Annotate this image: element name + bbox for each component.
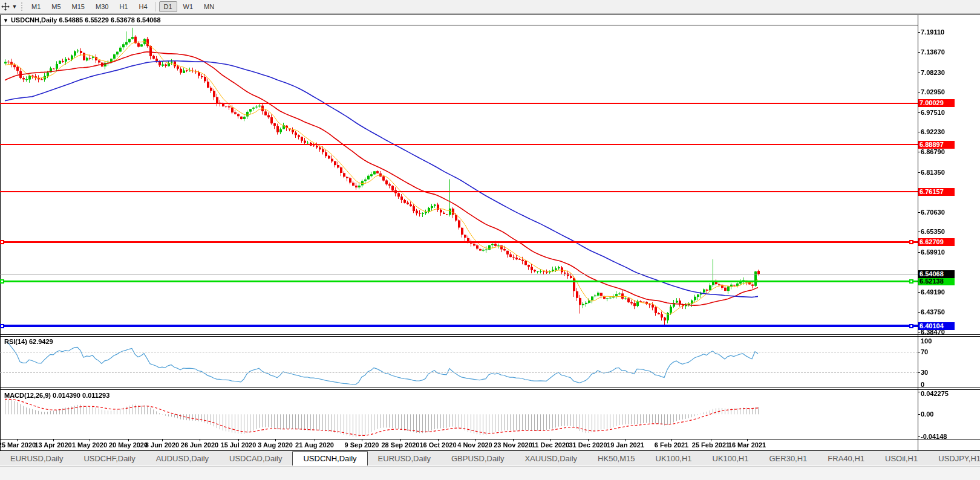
price-axis-tick [918,52,920,53]
rsi-axis-label: 0 [921,381,924,388]
horizontal-line[interactable] [0,144,918,145]
line-handle-right[interactable] [909,240,913,244]
tab-usdchf-daily[interactable]: USDCHF,Daily [73,452,145,465]
tab-audusd-daily[interactable]: AUDUSD,Daily [146,452,219,465]
price-tag: 7.00029 [918,99,955,107]
price-axis-label: 6.43750 [921,308,945,316]
price-axis-label: 6.65350 [921,228,945,235]
price-axis-line [918,15,918,450]
date-label: 21 Aug 2020 [287,441,342,449]
rsi-label: RSI(14) 62.9429 [4,338,53,345]
price-tag: 6.76157 [918,188,955,196]
price-axis-tick [918,132,920,132]
tab-eurusd-daily[interactable]: EURUSD,Daily [0,452,73,465]
chart-title-symbol: USDCNH,Daily [11,16,57,24]
horizontal-line[interactable] [0,103,918,104]
macd-axis-label: 0.042275 [921,390,949,397]
macd-axis-tick [918,392,920,392]
chart-window-left-border [0,15,1,450]
tab-ger30-h1[interactable]: GER30,H1 [759,452,817,465]
chart-canvas[interactable] [0,0,980,480]
chart-title-ohlc: 6.54885 6.55229 6.53678 6.54068 [59,16,160,24]
rsi-axis-tick [918,388,920,388]
macd-label: MACD(12,26,9) 0.014390 0.011293 [4,392,109,399]
rsi-level-line [0,372,918,373]
price-tag: 6.40104 [918,322,955,330]
main-panel-bottom-border [0,334,980,335]
macd-axis-label: -0.04148 [921,433,947,440]
horizontal-line[interactable] [0,281,918,282]
tab-hk50-m15[interactable]: HK50,M15 [587,452,645,465]
tab-uk100-h1[interactable]: UK100,H1 [645,452,702,465]
price-axis-label: 6.59910 [921,248,945,256]
rsi-level-line [0,352,918,352]
line-handle-left[interactable] [0,240,4,244]
rsi-axis-label: 30 [921,369,928,376]
price-tag: 6.88897 [918,141,955,149]
price-axis-tick [918,112,920,113]
current-price-line [0,274,918,274]
price-axis-label: 6.81350 [921,169,945,176]
macd-axis-label: 0.00 [921,410,933,418]
price-axis-tick [918,232,920,232]
line-handle-left[interactable] [0,324,4,328]
tab-usoil-h1[interactable]: USOil,H1 [875,452,928,465]
collapse-icon[interactable]: ▼ [3,18,8,24]
horizontal-line[interactable] [0,241,918,243]
price-axis-label: 6.70630 [921,209,945,216]
horizontal-line[interactable] [0,325,918,327]
price-axis-label: 6.86790 [921,148,945,155]
tab-fra40-h1[interactable]: FRA40,H1 [817,452,875,465]
macd-panel-top-border[interactable] [0,389,980,390]
tab-usdcad-daily[interactable]: USDCAD,Daily [219,452,292,465]
macd-axis-tick [918,436,920,437]
price-axis-label: 7.19110 [921,28,944,36]
price-axis-tick [918,312,920,313]
plot-top-border [0,25,918,25]
price-axis-label: 7.13670 [921,48,945,56]
price-axis-tick [918,332,920,332]
tab-eurusd-daily[interactable]: EURUSD,Daily [368,452,441,465]
current-price-tag: 6.54068 [918,270,955,278]
rsi-axis-label: 100 [921,337,932,345]
horizontal-line[interactable] [0,191,918,192]
date-label: 16 Mar 2021 [720,441,774,449]
tab-xauusd-daily[interactable]: XAUUSD,Daily [514,452,587,465]
price-axis-label: 6.97510 [921,109,945,116]
status-strip [0,466,980,480]
tab-usdcnh-daily[interactable]: USDCNH,Daily [292,451,367,465]
rsi-axis-label: 70 [921,348,928,355]
rsi-axis-tick [918,372,920,373]
rsi-axis-tick [918,336,920,337]
price-tag: 6.52138 [918,277,955,285]
line-handle-right[interactable] [909,324,913,328]
price-axis-tick [918,292,920,293]
price-axis-label: 6.49190 [921,288,945,296]
line-handle-right[interactable] [909,279,913,284]
rsi-panel-top-border[interactable] [0,336,980,337]
price-axis-tick [918,73,920,73]
rsi-panel-bottom-border [0,388,980,388]
price-tag: 6.62709 [918,238,955,246]
rsi-axis-tick [918,352,920,352]
macd-axis-tick [918,414,920,415]
tab-gbpusd-daily[interactable]: GBPUSD,Daily [441,452,514,465]
price-axis-tick [918,212,920,213]
chart-window-top-border [0,15,980,15]
time-axis-top-border [0,439,980,439]
price-axis-label: 7.02950 [921,88,945,96]
trading-terminal: ▼ M1M5M15M30H1H4D1W1MN ▼USDCNH,Daily 6.5… [0,0,980,480]
price-axis-tick [918,152,920,152]
price-axis-label: 7.08230 [921,69,945,76]
tab-usdjpy-h1[interactable]: USDJPY,H1 [928,452,980,465]
line-handle-left[interactable] [0,279,4,284]
price-axis-tick [918,92,920,92]
chart-title: ▼USDCNH,Daily 6.54885 6.55229 6.53678 6.… [3,16,161,24]
price-axis-label: 6.92230 [921,128,945,135]
tab-bar: EURUSD,DailyUSDCHF,DailyAUDUSD,DailyUSDC… [0,451,980,465]
price-axis-tick [918,172,920,173]
tab-uk100-h1[interactable]: UK100,H1 [702,452,759,465]
price-axis-tick [918,252,920,253]
price-axis-tick [918,32,920,33]
